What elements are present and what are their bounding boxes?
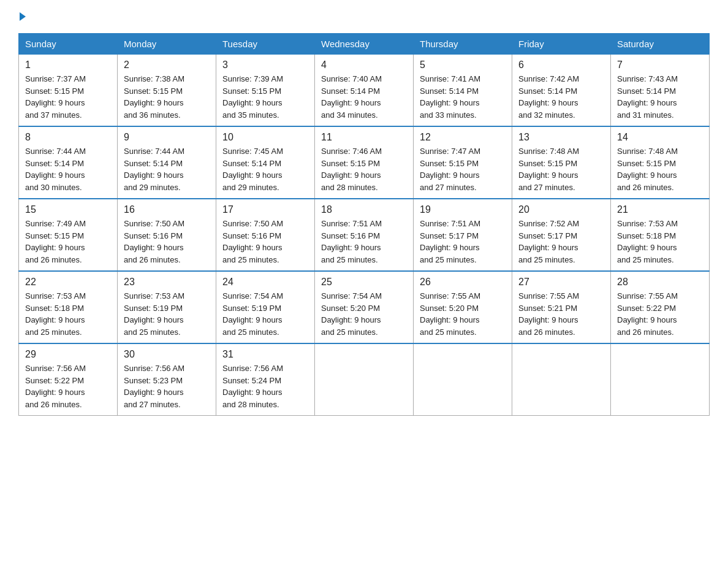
header-day-saturday: Saturday xyxy=(611,34,710,55)
day-number: 22 xyxy=(25,277,111,288)
header-day-tuesday: Tuesday xyxy=(216,34,315,55)
calendar-cell: 20 Sunrise: 7:52 AM Sunset: 5:17 PM Dayl… xyxy=(512,199,611,271)
day-number: 7 xyxy=(617,59,703,71)
calendar-week-1: 1 Sunrise: 7:37 AM Sunset: 5:15 PM Dayli… xyxy=(19,55,710,127)
calendar-cell: 11 Sunrise: 7:46 AM Sunset: 5:15 PM Dayl… xyxy=(315,126,414,199)
day-info: Sunrise: 7:38 AM Sunset: 5:15 PM Dayligh… xyxy=(124,73,210,121)
calendar-cell: 31 Sunrise: 7:56 AM Sunset: 5:24 PM Dayl… xyxy=(216,343,315,416)
calendar-cell: 27 Sunrise: 7:55 AM Sunset: 5:21 PM Dayl… xyxy=(512,271,611,343)
day-info: Sunrise: 7:50 AM Sunset: 5:16 PM Dayligh… xyxy=(222,218,308,266)
calendar-cell: 29 Sunrise: 7:56 AM Sunset: 5:22 PM Dayl… xyxy=(19,343,118,416)
day-info: Sunrise: 7:40 AM Sunset: 5:14 PM Dayligh… xyxy=(321,73,407,121)
calendar-cell xyxy=(315,343,414,416)
day-info: Sunrise: 7:53 AM Sunset: 5:18 PM Dayligh… xyxy=(617,218,703,266)
day-info: Sunrise: 7:54 AM Sunset: 5:19 PM Dayligh… xyxy=(222,290,308,338)
calendar-cell: 26 Sunrise: 7:55 AM Sunset: 5:20 PM Dayl… xyxy=(414,271,512,343)
calendar-cell: 15 Sunrise: 7:49 AM Sunset: 5:15 PM Dayl… xyxy=(19,199,118,271)
day-info: Sunrise: 7:52 AM Sunset: 5:17 PM Dayligh… xyxy=(518,218,604,266)
day-number: 12 xyxy=(420,132,506,143)
day-info: Sunrise: 7:56 AM Sunset: 5:24 PM Dayligh… xyxy=(222,362,308,410)
calendar-cell: 4 Sunrise: 7:40 AM Sunset: 5:14 PM Dayli… xyxy=(315,55,414,127)
day-info: Sunrise: 7:56 AM Sunset: 5:23 PM Dayligh… xyxy=(124,362,210,410)
header-day-friday: Friday xyxy=(512,34,611,55)
calendar-cell xyxy=(611,343,710,416)
calendar-cell: 30 Sunrise: 7:56 AM Sunset: 5:23 PM Dayl… xyxy=(118,343,216,416)
day-number: 30 xyxy=(124,349,210,360)
day-info: Sunrise: 7:53 AM Sunset: 5:19 PM Dayligh… xyxy=(124,290,210,338)
day-number: 16 xyxy=(124,204,210,215)
day-number: 20 xyxy=(518,204,604,215)
calendar-cell xyxy=(414,343,512,416)
day-number: 4 xyxy=(321,59,407,71)
day-info: Sunrise: 7:46 AM Sunset: 5:15 PM Dayligh… xyxy=(321,145,407,193)
day-number: 26 xyxy=(420,277,506,288)
logo-text xyxy=(18,12,27,21)
day-info: Sunrise: 7:43 AM Sunset: 5:14 PM Dayligh… xyxy=(617,73,703,121)
day-number: 8 xyxy=(25,132,111,143)
calendar-cell xyxy=(512,343,611,416)
calendar-cell: 24 Sunrise: 7:54 AM Sunset: 5:19 PM Dayl… xyxy=(216,271,315,343)
calendar-week-3: 15 Sunrise: 7:49 AM Sunset: 5:15 PM Dayl… xyxy=(19,199,710,271)
logo-arrow-icon xyxy=(20,12,26,21)
calendar-header-row: SundayMondayTuesdayWednesdayThursdayFrid… xyxy=(19,34,710,55)
calendar-cell: 2 Sunrise: 7:38 AM Sunset: 5:15 PM Dayli… xyxy=(118,55,216,127)
calendar-cell: 23 Sunrise: 7:53 AM Sunset: 5:19 PM Dayl… xyxy=(118,271,216,343)
calendar-cell: 19 Sunrise: 7:51 AM Sunset: 5:17 PM Dayl… xyxy=(414,199,512,271)
calendar-cell: 3 Sunrise: 7:39 AM Sunset: 5:15 PM Dayli… xyxy=(216,55,315,127)
header-day-monday: Monday xyxy=(118,34,216,55)
header-day-wednesday: Wednesday xyxy=(315,34,414,55)
calendar-cell: 10 Sunrise: 7:45 AM Sunset: 5:14 PM Dayl… xyxy=(216,126,315,199)
day-info: Sunrise: 7:47 AM Sunset: 5:15 PM Dayligh… xyxy=(420,145,506,193)
calendar-cell: 7 Sunrise: 7:43 AM Sunset: 5:14 PM Dayli… xyxy=(611,55,710,127)
calendar-cell: 9 Sunrise: 7:44 AM Sunset: 5:14 PM Dayli… xyxy=(118,126,216,199)
day-number: 27 xyxy=(518,277,604,288)
day-info: Sunrise: 7:55 AM Sunset: 5:21 PM Dayligh… xyxy=(518,290,604,338)
day-info: Sunrise: 7:45 AM Sunset: 5:14 PM Dayligh… xyxy=(222,145,308,193)
day-info: Sunrise: 7:55 AM Sunset: 5:20 PM Dayligh… xyxy=(420,290,506,338)
day-number: 1 xyxy=(25,59,111,71)
logo xyxy=(18,12,27,21)
day-number: 23 xyxy=(124,277,210,288)
calendar-cell: 25 Sunrise: 7:54 AM Sunset: 5:20 PM Dayl… xyxy=(315,271,414,343)
day-number: 31 xyxy=(222,349,308,360)
day-number: 25 xyxy=(321,277,407,288)
calendar-cell: 16 Sunrise: 7:50 AM Sunset: 5:16 PM Dayl… xyxy=(118,199,216,271)
calendar-week-4: 22 Sunrise: 7:53 AM Sunset: 5:18 PM Dayl… xyxy=(19,271,710,343)
day-number: 11 xyxy=(321,132,407,143)
day-info: Sunrise: 7:55 AM Sunset: 5:22 PM Dayligh… xyxy=(617,290,703,338)
day-number: 10 xyxy=(222,132,308,143)
day-info: Sunrise: 7:53 AM Sunset: 5:18 PM Dayligh… xyxy=(25,290,111,338)
day-number: 2 xyxy=(124,59,210,71)
header-day-thursday: Thursday xyxy=(414,34,512,55)
day-number: 18 xyxy=(321,204,407,215)
day-info: Sunrise: 7:44 AM Sunset: 5:14 PM Dayligh… xyxy=(124,145,210,193)
calendar-cell: 1 Sunrise: 7:37 AM Sunset: 5:15 PM Dayli… xyxy=(19,55,118,127)
day-number: 24 xyxy=(222,277,308,288)
day-info: Sunrise: 7:44 AM Sunset: 5:14 PM Dayligh… xyxy=(25,145,111,193)
day-info: Sunrise: 7:48 AM Sunset: 5:15 PM Dayligh… xyxy=(518,145,604,193)
day-info: Sunrise: 7:49 AM Sunset: 5:15 PM Dayligh… xyxy=(25,218,111,266)
day-number: 19 xyxy=(420,204,506,215)
day-number: 21 xyxy=(617,204,703,215)
day-number: 17 xyxy=(222,204,308,215)
day-number: 6 xyxy=(518,59,604,71)
calendar-week-2: 8 Sunrise: 7:44 AM Sunset: 5:14 PM Dayli… xyxy=(19,126,710,199)
calendar-cell: 6 Sunrise: 7:42 AM Sunset: 5:14 PM Dayli… xyxy=(512,55,611,127)
page-header xyxy=(18,12,710,21)
calendar-cell: 21 Sunrise: 7:53 AM Sunset: 5:18 PM Dayl… xyxy=(611,199,710,271)
day-info: Sunrise: 7:51 AM Sunset: 5:17 PM Dayligh… xyxy=(420,218,506,266)
day-info: Sunrise: 7:54 AM Sunset: 5:20 PM Dayligh… xyxy=(321,290,407,338)
day-info: Sunrise: 7:48 AM Sunset: 5:15 PM Dayligh… xyxy=(617,145,703,193)
day-info: Sunrise: 7:56 AM Sunset: 5:22 PM Dayligh… xyxy=(25,362,111,410)
calendar-cell: 5 Sunrise: 7:41 AM Sunset: 5:14 PM Dayli… xyxy=(414,55,512,127)
day-number: 14 xyxy=(617,132,703,143)
calendar-cell: 13 Sunrise: 7:48 AM Sunset: 5:15 PM Dayl… xyxy=(512,126,611,199)
day-number: 15 xyxy=(25,204,111,215)
calendar-week-5: 29 Sunrise: 7:56 AM Sunset: 5:22 PM Dayl… xyxy=(19,343,710,416)
day-number: 28 xyxy=(617,277,703,288)
header-day-sunday: Sunday xyxy=(19,34,118,55)
calendar-cell: 18 Sunrise: 7:51 AM Sunset: 5:16 PM Dayl… xyxy=(315,199,414,271)
calendar-cell: 28 Sunrise: 7:55 AM Sunset: 5:22 PM Dayl… xyxy=(611,271,710,343)
day-number: 5 xyxy=(420,59,506,71)
day-info: Sunrise: 7:41 AM Sunset: 5:14 PM Dayligh… xyxy=(420,73,506,121)
